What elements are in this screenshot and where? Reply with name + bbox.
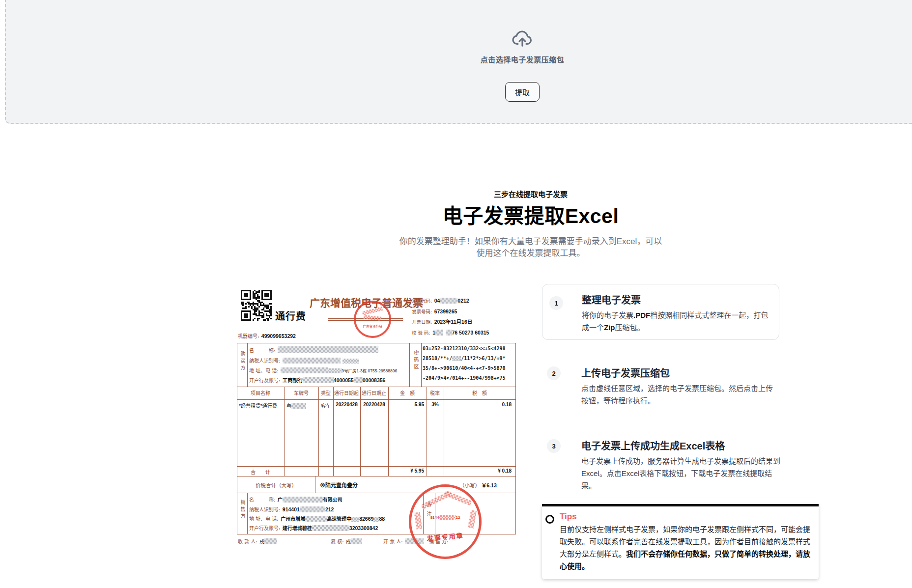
row-date-start: 20220428 (334, 402, 360, 407)
redacted-block (342, 359, 359, 364)
invoice-date-value: 2023年11月16日 (434, 319, 473, 325)
redacted-block (364, 315, 382, 321)
table-rule (284, 387, 285, 476)
circle-icon (545, 515, 554, 524)
seller-bank-p1: 建行增城碧桂 (283, 526, 312, 531)
upload-dropzone[interactable]: 点击选择电子发票压缩包 提取 (5, 0, 912, 124)
row-date-end: 20220428 (361, 402, 388, 407)
col-header-tax-rate: 税率 (430, 389, 440, 396)
reviewer-item: 复 核: 戌 (331, 536, 362, 545)
reviewer-value: 戌 (346, 539, 351, 544)
redacted-block (305, 516, 327, 522)
invoice-code-label: 发票代码: (412, 298, 432, 304)
step-3-title: 电子发票上传成功生成Excel表格 (581, 438, 725, 452)
invoice-preview: 通行费 机器编号: 499099653292 广东增值税电子普通发票 广东省税务… (237, 289, 517, 565)
buyer-address-label: 地 址、电 话: (249, 368, 279, 373)
seller-taxid-label: 纳税人识别号: (249, 507, 280, 512)
invoice-check-line: 校 验 码: 1 76 50273 60315 (412, 328, 489, 336)
table-rule (333, 387, 334, 476)
seller-address-row: 地 址、电 话: 广州市增城高速管理中8266988 (249, 514, 385, 523)
invoice-code-line: 发票代码: 040212 (412, 296, 469, 305)
col-header-item: 项目名称 (251, 389, 270, 396)
redacted-block (281, 367, 328, 373)
redacted-block (435, 330, 443, 336)
table-rule (409, 343, 410, 387)
page: 点击选择电子发票压缩包 提取 三步在线提取电子发票 电子发票提取Excel 你的… (0, 0, 912, 588)
step-1-description: 将你的电子发票.PDF档按照相同样式式整理在一起，打包成一个Zip压缩包。 (582, 309, 770, 334)
buyer-taxid-row: 纳税人识别号: (249, 356, 359, 364)
redacted-block (452, 356, 461, 361)
redacted-block (440, 298, 457, 304)
seller-stamp-no-p1: 9144 (430, 515, 439, 520)
password-line-3: 35/8+->90610/40<4-+<7-9>5870 (423, 365, 515, 371)
step-1-desc-bold-pdf: .PDF (633, 311, 650, 319)
buyer-bank-p2: 4000055 (334, 377, 354, 383)
table-rule (444, 387, 444, 476)
row-item-name: *经营租赁*通行费 (239, 402, 277, 409)
amount-small-label: （小写） (459, 482, 480, 488)
invoice-date-line: 开票日期: 2023年11月16日 (412, 317, 472, 326)
cloud-upload-icon (511, 28, 534, 48)
seller-bank-row: 开户行及账号: 建行增城碧桂3203300842 (249, 523, 378, 532)
redacted-block (351, 517, 359, 522)
buyer-bank-p3: 00008356 (363, 377, 386, 383)
step-1-desc-part: 将你的电子发票 (582, 311, 633, 319)
tips-title: Tips (560, 512, 814, 522)
invoice-no-line: 发票号码: 67399265 (412, 307, 457, 315)
seller-bank-p2: 3203300842 (349, 525, 378, 531)
payee-label: 收 款 人: (238, 539, 257, 544)
seller-taxid-row: 纳税人识别号: 914401212 (249, 504, 334, 513)
step-1-number-badge: 1 (549, 296, 563, 310)
table-rule (427, 387, 427, 476)
buyer-bank-label: 开户行及账号: (249, 378, 280, 383)
row-plate-prefix: 粤 (286, 403, 291, 409)
redacted-block (264, 538, 277, 544)
seller-stamp-no-p2: 12 (456, 515, 460, 520)
invoice-check-label: 校 验 码: (412, 330, 430, 336)
payee-value: 戌 (259, 539, 264, 544)
seller-address-p3: 82669 (359, 516, 373, 522)
reviewer-label: 复 核: (331, 539, 344, 544)
password-line-2a: 28518/**+/ (423, 356, 452, 361)
total-label: 合 计 (251, 468, 270, 476)
redacted-block (283, 497, 323, 503)
step-2-number-badge: 2 (547, 366, 561, 380)
page-description-line1: 你的发票整理助手！如果你有大量电子发票需要手动录入到Excel，可以 (399, 237, 662, 246)
table-rule (247, 493, 248, 534)
seller-name-label: 名 称: (249, 497, 275, 503)
machine-number: 机器编号: 499099653292 (238, 331, 296, 340)
seller-address-p2: 高速管理中 (327, 516, 351, 522)
table-rule (315, 476, 315, 493)
total-amount: ¥ 5.95 (388, 468, 424, 474)
table-rule (237, 466, 515, 467)
redacted-block (439, 515, 456, 520)
seller-name-row: 名 称: 广有限公司 (249, 495, 342, 504)
buyer-taxid-label: 纳税人识别号: (249, 358, 280, 364)
seller-taxid-p1: 914401 (283, 506, 300, 512)
redacted-block (283, 358, 341, 364)
password-line-2b: /11*2*>6/13/+9* (461, 356, 505, 361)
redacted-block (300, 506, 325, 512)
seller-name-p2: 有限公司 (323, 497, 342, 503)
extract-button[interactable]: 提取 (505, 82, 540, 102)
page-title: 电子发票提取Excel (236, 199, 826, 229)
password-line-4: -204/9>4</014+--1904/998+<75 (423, 375, 515, 381)
step-3-description: 电子发票上传成功，服务器计算生成电子发票提取后的结果到Excel。点击Excel… (581, 455, 784, 492)
drawer-label: 开 票 人: (383, 539, 403, 544)
amount-small: （小写） ￥6.13 (459, 481, 497, 489)
table-rule (237, 399, 515, 400)
redacted-block (354, 377, 363, 383)
buyer-bank-p1: 工商银行 (283, 377, 303, 383)
col-header-tax: 税 额 (472, 389, 487, 396)
redacted-block (446, 330, 452, 336)
table-rule (360, 387, 361, 476)
row-tax-rate: 3% (427, 402, 443, 407)
table-rule (388, 387, 389, 476)
table-rule (237, 493, 515, 493)
redacted-block (362, 307, 383, 315)
redacted-block (312, 525, 349, 531)
step-1-desc-part: 压缩包。 (615, 323, 645, 332)
redacted-block (351, 538, 362, 544)
total-tax: ¥ 0.18 (444, 468, 512, 474)
table-rule (247, 343, 248, 387)
